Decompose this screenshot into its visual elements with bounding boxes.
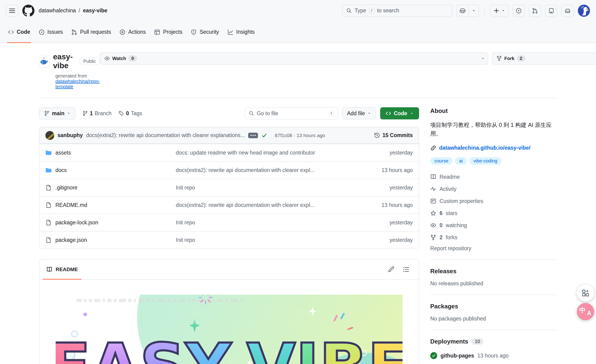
git-pull-request-icon <box>532 8 538 14</box>
table-row[interactable]: docs docs(extra2): rewrite api documenta… <box>39 161 419 179</box>
repo-owner-avatar[interactable] <box>39 55 49 67</box>
branch-selector[interactable]: main <box>39 107 75 119</box>
commit-author[interactable]: sanbuphy <box>58 132 83 139</box>
code-icon <box>386 111 391 116</box>
folder-icon <box>45 167 52 173</box>
copilot-button[interactable] <box>456 5 479 17</box>
create-new-button[interactable] <box>490 5 508 17</box>
go-to-file-input[interactable]: Go to file t <box>245 107 338 119</box>
tab-code[interactable]: Code <box>4 21 34 43</box>
template-link[interactable]: datawhalechina/repo-template <box>55 79 100 89</box>
tab-issues[interactable]: Issues <box>34 21 67 43</box>
packages-empty: No packages published <box>430 316 557 322</box>
report-repository-link[interactable]: Report repository <box>430 245 557 252</box>
search-icon <box>249 111 254 116</box>
topic-pill[interactable]: vibe-coding <box>469 157 501 165</box>
file-date: 13 hours ago <box>382 167 413 173</box>
tab-insights[interactable]: Insights <box>223 21 259 43</box>
file-date: yesterday <box>389 219 413 226</box>
graph-icon <box>227 29 233 35</box>
releases-empty: No releases published <box>430 281 557 287</box>
sidebar-item-activity[interactable]: Activity <box>430 183 557 195</box>
commit-ellipsis-button[interactable] <box>248 133 258 138</box>
file-link[interactable]: README.md <box>55 202 87 208</box>
file-commit-message[interactable]: docs(extra2): rewrite api documentation … <box>176 167 382 173</box>
packages-title[interactable]: Packages <box>430 303 557 310</box>
watch-button[interactable]: Watch 0 <box>100 52 488 65</box>
file-commit-message[interactable]: Init repo <box>176 185 389 191</box>
eye-icon <box>104 56 110 61</box>
file-commit-message[interactable]: docs: update readme with new head image … <box>176 150 389 156</box>
tab-security[interactable]: Security <box>186 21 223 43</box>
file-commit-message[interactable]: docs(extra2): rewrite api documentation … <box>176 202 382 208</box>
commit-author-avatar[interactable] <box>45 131 54 140</box>
latest-commit-bar[interactable]: sanbuphy docs(extra2): rewrite api docum… <box>39 127 419 144</box>
watch-dropdown-caret[interactable] <box>480 52 488 64</box>
breadcrumb-owner[interactable]: datawhalechina <box>39 7 76 14</box>
deployments-count: 10 <box>471 338 483 345</box>
table-row[interactable]: package.json Init repo yesterday <box>39 231 419 249</box>
sidebar-item-readme[interactable]: Readme <box>430 171 557 183</box>
check-icon[interactable] <box>261 133 267 139</box>
releases-title[interactable]: Releases <box>430 268 557 275</box>
hamburger-icon <box>9 7 15 14</box>
folder-icon <box>45 150 52 156</box>
sidebar-item-stars[interactable]: 6stars <box>430 207 557 219</box>
chevron-down-icon <box>367 111 371 115</box>
deployments-title[interactable]: Deployments <box>430 338 468 345</box>
topic-pill[interactable]: course <box>430 157 453 165</box>
table-row[interactable]: .gitignore Init repo yesterday <box>39 179 419 196</box>
global-search-input[interactable]: Type / to search <box>342 5 452 17</box>
file-link[interactable]: docs <box>55 167 67 173</box>
user-avatar[interactable] <box>578 5 590 17</box>
tab-actions[interactable]: Actions <box>115 21 150 43</box>
extension-widget-button[interactable] <box>577 284 594 302</box>
inbox-button[interactable] <box>562 5 574 17</box>
file-link[interactable]: package.json <box>55 237 87 243</box>
file-table: sanbuphy docs(extra2): rewrite api docum… <box>39 127 419 249</box>
pull-requests-header-button[interactable] <box>529 5 541 17</box>
file-commit-message[interactable]: Init repo <box>176 219 389 226</box>
outline-list-icon[interactable] <box>402 266 410 273</box>
commit-message[interactable]: docs(extra2): rewrite api documentation … <box>86 132 245 139</box>
file-commit-message[interactable]: Init repo <box>176 237 389 243</box>
add-file-button[interactable]: Add file <box>342 107 376 119</box>
sidebar-item-watching[interactable]: 0watching <box>430 219 557 231</box>
file-link[interactable]: .gitignore <box>55 185 78 191</box>
eye-icon <box>430 222 436 228</box>
commit-hash[interactable]: 87f1c08 · 13 hours ago <box>275 133 325 138</box>
deployment-row[interactable]: github-pages 13 hours ago <box>430 352 557 359</box>
breadcrumb-repo[interactable]: easy-vibe <box>83 7 107 14</box>
table-row[interactable]: package-lock.json Init repo yesterday <box>39 214 419 231</box>
tags-link[interactable]: 0Tags <box>119 110 142 117</box>
sidebar-item-custom-properties[interactable]: Custom properties <box>430 195 557 207</box>
inbox-icon <box>565 8 571 14</box>
sidebar-item-forks[interactable]: 2forks <box>430 231 557 244</box>
code-dropdown-button[interactable]: Code <box>380 107 419 119</box>
commit-history-link[interactable]: 15 Commits <box>374 132 413 139</box>
file-link[interactable]: assets <box>55 150 71 156</box>
issues-header-button[interactable] <box>513 5 525 17</box>
watch-count: 0 <box>128 55 137 61</box>
topics: course ai vibe-coding <box>430 157 557 165</box>
pencil-icon[interactable] <box>388 266 395 273</box>
file-link[interactable]: package-lock.json <box>55 219 98 226</box>
widgets-icon <box>581 289 589 297</box>
copilot-icon[interactable] <box>456 5 469 16</box>
topic-pill[interactable]: ai <box>455 157 467 165</box>
branches-link[interactable]: 1Branch <box>82 110 112 117</box>
repo-forked-icon <box>430 234 436 240</box>
tab-projects[interactable]: Projects <box>150 21 186 43</box>
table-row[interactable]: README.md docs(extra2): rewrite api docu… <box>39 196 419 214</box>
github-logo[interactable] <box>22 5 34 17</box>
fork-button[interactable]: Fork 2 <box>492 52 596 65</box>
tab-pull-requests[interactable]: Pull requests <box>67 21 115 43</box>
table-row[interactable]: assets docs: update readme with new head… <box>39 144 419 161</box>
translate-extension-button[interactable]: 中A <box>577 303 594 320</box>
saved-items-button[interactable] <box>545 5 557 17</box>
breadcrumb: datawhalechina / easy-vibe <box>39 7 107 14</box>
copilot-dropdown-caret[interactable] <box>469 5 479 16</box>
tab-readme[interactable]: README <box>39 259 85 280</box>
repo-website-link[interactable]: datawhalechina.github.io/easy-vibe/ <box>439 145 530 151</box>
hamburger-menu-button[interactable] <box>6 5 18 17</box>
